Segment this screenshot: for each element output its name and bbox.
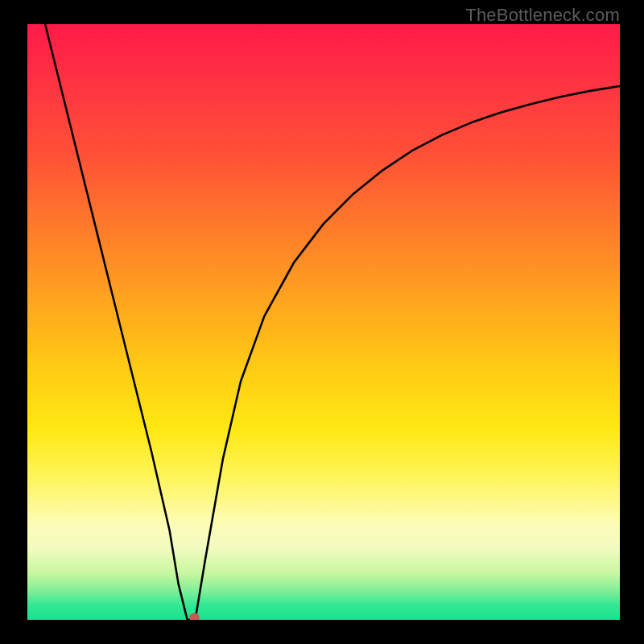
watermark-text: TheBottleneck.com xyxy=(465,5,620,26)
plot-area xyxy=(27,24,620,620)
bottleneck-curve xyxy=(45,24,620,620)
chart-frame: TheBottleneck.com xyxy=(0,0,644,644)
optimal-point-marker xyxy=(189,613,200,620)
curve-layer xyxy=(27,24,620,620)
